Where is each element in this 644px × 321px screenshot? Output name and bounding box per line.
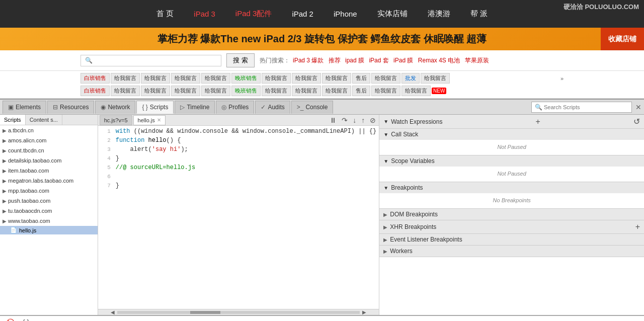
clear-console-btn[interactable]: 🚫 [4, 317, 17, 321]
after-sales-1[interactable]: 售后 [352, 73, 370, 84]
tab-audits[interactable]: ✓ Audits [255, 101, 290, 114]
file-group-header-detailskip[interactable]: ▶ detailskip.taobao.com [0, 156, 98, 165]
shift-sales-2[interactable]: 白班销售 [80, 86, 110, 96]
scroll-track[interactable] [117, 311, 360, 314]
msg-btn-8[interactable]: 给我留言 [371, 73, 400, 84]
step-out-btn[interactable]: ↑ [360, 116, 366, 124]
wholesale-btn[interactable]: 批发 [401, 73, 420, 84]
deactivate-btn[interactable]: ⊘ [368, 116, 377, 124]
section-eventlistener-header[interactable]: ▶ Event Listener Breakpoints [379, 234, 644, 245]
night-sales-1[interactable]: 晚班销售 [231, 73, 261, 84]
section-xhrbreakpoints-header[interactable]: ▶ XHR Breakpoints + [379, 220, 644, 233]
msg-btn-15[interactable]: 给我留言 [292, 86, 321, 96]
msg-btn-6[interactable]: 给我留言 [292, 73, 321, 84]
file-group-header-www[interactable]: ▶ www.taobao.com [0, 217, 98, 225]
tab-resources[interactable]: ⊟ Resources [47, 101, 94, 114]
keyword-with: with [116, 128, 130, 135]
nav-iphone[interactable]: iPhone [324, 0, 367, 28]
nav-home[interactable]: 首 页 [146, 0, 184, 28]
code-tab-hellojs[interactable]: hello.js ✕ [133, 115, 166, 125]
msg-btn-7[interactable]: 给我留言 [322, 73, 351, 84]
hot-search-1[interactable]: 推荐 [329, 57, 341, 64]
code-scrollbar[interactable]: ◀ ▶ [98, 309, 379, 315]
pause-btn[interactable]: ⏸ [328, 116, 338, 124]
nav-ipad2[interactable]: iPad 2 [282, 0, 324, 28]
more-btn[interactable]: » [560, 75, 564, 82]
console-format-btn[interactable]: { } [21, 317, 31, 321]
xhr-add-btn[interactable]: + [635, 222, 640, 231]
nav-ipad3acc[interactable]: iPad 3配件 [225, 0, 282, 28]
hot-search-0[interactable]: iPad 3 爆款 [293, 57, 324, 64]
tab-elements-label: Elements [16, 104, 41, 111]
hot-search-6[interactable]: 苹果原装 [465, 57, 489, 64]
msg-btn-12[interactable]: 给我留言 [171, 86, 200, 96]
hot-search-2[interactable]: ipad 膜 [345, 57, 364, 64]
file-group-header-atbcdn[interactable]: ▶ a.tbcdn.cn [0, 126, 98, 134]
section-dombreakpoints-header[interactable]: ▶ DOM Breakpoints [379, 209, 644, 220]
tab-scripts[interactable]: { } Scripts [136, 101, 174, 114]
step-into-btn[interactable]: ↓ [351, 116, 358, 124]
file-group-header-count[interactable]: ▶ count.tbcdn.cn [0, 146, 98, 154]
night-sales-2[interactable]: 晚班销售 [231, 86, 261, 96]
tab-profiles[interactable]: ◎ Profiles [216, 101, 254, 114]
msg-btn-14[interactable]: 给我留言 [262, 86, 291, 96]
file-group-header-megatron[interactable]: ▶ megatron.labs.taobao.com [0, 177, 98, 185]
file-group-header-tu[interactable]: ▶ tu.taobaocdn.com [0, 207, 98, 215]
code-line-4: 4 } [98, 154, 379, 163]
tab-network[interactable]: ◉ Network [95, 101, 135, 114]
scroll-thumb[interactable] [190, 311, 220, 314]
msg-btn-2[interactable]: 给我留言 [141, 73, 170, 84]
msg-btn-17[interactable]: 给我留言 [371, 86, 400, 96]
nav-store[interactable]: 实体店铺 [367, 0, 418, 28]
search-button[interactable]: 搜 索 [226, 53, 255, 67]
hot-search-3[interactable]: iPad 套 [369, 57, 388, 64]
search-scripts-input[interactable] [544, 104, 622, 110]
nav-ipad3[interactable]: iPad 3 [184, 0, 225, 28]
msg-btn-16[interactable]: 给我留言 [322, 86, 351, 96]
file-tab-content[interactable]: Content s... [26, 115, 62, 125]
section-workers-header[interactable]: ▶ Workers [379, 246, 644, 257]
watch-add-btn[interactable]: + [536, 117, 540, 126]
section-breakpoints-header[interactable]: ▼ Breakpoints [379, 182, 644, 193]
file-group-header-mpp[interactable]: ▶ mpp.taobao.com [0, 187, 98, 195]
msg-btn-1[interactable]: 给我留言 [111, 73, 140, 84]
file-group-header-amos[interactable]: ▶ amos.alicn.com [0, 136, 98, 144]
section-watch-header[interactable]: ▼ Watch Expressions + ↺ [379, 115, 644, 128]
tab-timeline[interactable]: ▷ Timeline [175, 101, 215, 114]
file-tab-scripts[interactable]: Scripts [0, 115, 26, 125]
scroll-right-arrow[interactable]: ▶ [360, 309, 369, 315]
msg-btn-13[interactable]: 给我留言 [201, 86, 230, 96]
tab-elements[interactable]: ▣ Elements [3, 101, 46, 114]
code-tab-hcjs[interactable]: hc.js?v=5 [100, 115, 132, 125]
toolbar-row-2: 白班销售 给我留言 给我留言 给我留言 给我留言 晚班销售 给我留言 给我留言 … [80, 85, 564, 97]
hot-search-4[interactable]: iPad 膜 [393, 57, 413, 64]
tab-console[interactable]: >_ Console [291, 101, 334, 114]
section-eventlistener: ▶ Event Listener Breakpoints [379, 234, 644, 246]
nav-group[interactable]: 帮 派 [460, 0, 498, 28]
section-scope-header[interactable]: ▼ Scope Variables [379, 155, 644, 167]
code-panel: hc.js?v=5 hello.js ✕ ⏸ ↷ ↓ ↑ ⊘ [98, 115, 380, 315]
devtools-close-btn[interactable]: ✕ [635, 103, 641, 111]
msg-btn-10[interactable]: 给我留言 [111, 86, 140, 96]
watch-refresh-btn[interactable]: ↺ [633, 117, 640, 126]
msg-btn-9[interactable]: 给我留言 [421, 73, 450, 84]
hot-search-5[interactable]: Remax 4S 电池 [418, 57, 460, 64]
msg-btn-3[interactable]: 给我留言 [171, 73, 200, 84]
msg-btn-18[interactable]: 给我留言 [401, 86, 431, 96]
scroll-left-arrow[interactable]: ◀ [108, 309, 117, 315]
section-callstack-header[interactable]: ▼ Call Stack [379, 129, 644, 140]
store-bookmark-btn[interactable]: 收藏店铺 [601, 28, 644, 50]
after-sales-2[interactable]: 售后 [352, 86, 370, 96]
file-group-header-push[interactable]: ▶ push.taobao.com [0, 197, 98, 205]
msg-btn-4[interactable]: 给我留言 [201, 73, 230, 84]
nav-travel[interactable]: 港澳游 [418, 0, 460, 28]
close-tab-hellojs[interactable]: ✕ [157, 117, 161, 123]
step-over-btn[interactable]: ↷ [340, 116, 349, 124]
code-line-1: 1 with ((window && window.console && win… [98, 127, 379, 136]
file-item-hellojs[interactable]: 📄 hello.js [0, 226, 98, 234]
msg-btn-11[interactable]: 给我留言 [141, 86, 170, 96]
shift-sales-1[interactable]: 白班销售 [80, 73, 110, 84]
msg-btn-5[interactable]: 给我留言 [262, 73, 291, 84]
search-input[interactable] [95, 57, 210, 64]
file-group-header-item[interactable]: ▶ item.taobao.com [0, 167, 98, 175]
